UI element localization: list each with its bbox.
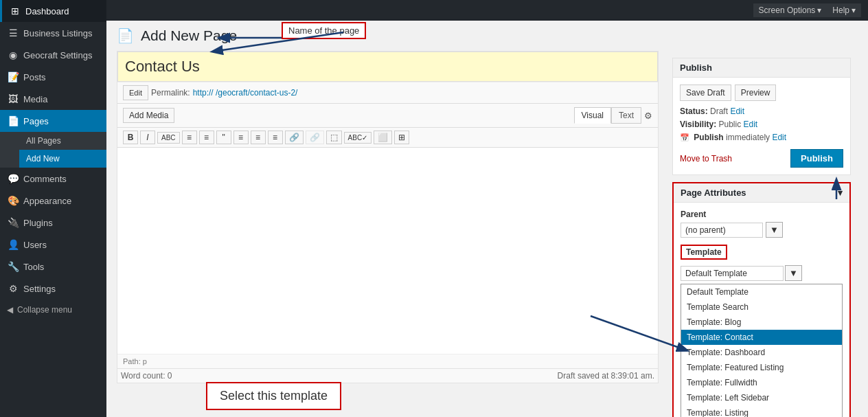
collapse-menu[interactable]: ◀ Collapse menu — [0, 300, 106, 320]
appearance-icon: 🎨 — [7, 195, 19, 206]
sidebar-item-business-listings[interactable]: ☰ Business Listings — [0, 22, 106, 44]
sidebar-item-geocraft-settings[interactable]: ◉ Geocraft Settings — [0, 44, 106, 66]
business-listings-icon: ☰ — [7, 27, 19, 38]
template-label: Template — [681, 245, 727, 260]
spellcheck-button[interactable]: ABC✓ — [344, 132, 372, 144]
editor-wrapper: Edit Permalink: http:// /geocraft/contac… — [117, 51, 659, 417]
template-select-arrow[interactable]: ▼ — [785, 265, 802, 281]
editor-path: Path: p — [123, 357, 147, 365]
help-button[interactable]: Help ▾ — [827, 3, 861, 17]
sidebar-sub-add-new[interactable]: Add New — [19, 150, 106, 168]
parent-select-arrow[interactable]: ▼ — [766, 222, 783, 238]
preview-button[interactable]: Preview — [735, 84, 777, 101]
insert-button[interactable]: ⬚ — [326, 131, 342, 144]
template-dropdown-list[interactable]: Default Template Template Search Templat… — [681, 284, 843, 417]
sidebar-item-users[interactable]: 👤 Users — [0, 234, 106, 256]
ul-button[interactable]: ≡ — [182, 131, 197, 144]
align-left-button[interactable]: ≡ — [233, 131, 249, 144]
page-type-icon: 📄 — [117, 27, 134, 44]
template-label-container: Template — [681, 245, 843, 265]
page-attributes-body: Parent (no parent) ▼ Template — [674, 203, 849, 417]
sidebar-item-settings[interactable]: ⚙ Settings — [0, 278, 106, 300]
publish-panel-header: Publish — [673, 58, 850, 78]
template-dropdown: Default Template ▼ Default Template Temp… — [681, 265, 843, 417]
geocraft-icon: ◉ — [7, 49, 19, 60]
visual-tab[interactable]: Visual — [574, 107, 611, 124]
template-option-contact[interactable]: Template: Contact — [681, 330, 842, 345]
page-content: 📄 Add New Page Name of the page — [106, 21, 868, 417]
blockquote-button[interactable]: " — [216, 131, 231, 144]
ol-button[interactable]: ≡ — [199, 131, 214, 144]
settings-icon: ⚙ — [7, 283, 19, 294]
link-button[interactable]: 🔗 — [285, 131, 304, 144]
format-toolbar: B I ABC ≡ ≡ " ≡ ≡ ≡ 🔗 🔗 ⬚ ABC✓ — [117, 128, 658, 148]
name-annotation: Name of the page — [282, 22, 366, 39]
toolbar2-button[interactable]: ⊞ — [394, 131, 409, 144]
sidebar-item-media[interactable]: 🖼 Media — [0, 88, 106, 110]
page-name-input[interactable] — [117, 52, 658, 82]
template-option-left-sidebar[interactable]: Template: Left Sidebar — [681, 390, 842, 405]
page-attributes-header: Page Attributes ▾ — [674, 183, 849, 203]
visibility-edit-link[interactable]: Edit — [744, 120, 758, 129]
select-template-annotation: Select this template — [206, 382, 341, 410]
expand-button[interactable]: ⬜ — [374, 131, 392, 144]
add-media-button[interactable]: Add Media — [123, 108, 174, 123]
media-icon: 🖼 — [7, 93, 19, 104]
editor-body[interactable] — [117, 148, 658, 354]
topbar: Screen Options ▾ Help ▾ — [106, 0, 868, 21]
template-select-row: Default Template ▼ — [681, 265, 843, 281]
sidebar-sub-all-pages[interactable]: All Pages — [19, 132, 106, 150]
sidebar-item-appearance[interactable]: 🎨 Appearance — [0, 190, 106, 212]
sidebar-item-posts[interactable]: 📝 Posts — [0, 66, 106, 88]
parent-select[interactable]: (no parent) — [681, 223, 763, 238]
save-draft-button[interactable]: Save Draft — [680, 84, 731, 101]
sidebar-item-dashboard[interactable]: ⊞ Dashboard — [0, 0, 106, 22]
screen-options-button[interactable]: Screen Options ▾ — [753, 3, 827, 17]
align-center-button[interactable]: ≡ — [251, 131, 266, 144]
comments-icon: 💬 — [7, 173, 19, 184]
strikethrough-button[interactable]: ABC — [157, 132, 180, 144]
schedule-edit-link[interactable]: Edit — [772, 133, 786, 142]
word-count: Word count: 0 — [121, 371, 172, 381]
sidebar-item-comments[interactable]: 💬 Comments — [0, 168, 106, 190]
users-icon: 👤 — [7, 239, 19, 250]
template-option-default[interactable]: Default Template — [681, 284, 842, 300]
collapse-icon: ◀ — [7, 305, 13, 315]
page-title: Add New Page — [141, 27, 237, 44]
unlink-button[interactable]: 🔗 — [306, 131, 324, 144]
pages-submenu: All Pages Add New — [0, 132, 106, 168]
pages-icon: 📄 — [7, 115, 19, 126]
text-tab[interactable]: Text — [611, 107, 641, 124]
bold-button[interactable]: B — [123, 131, 138, 144]
publish-button[interactable]: Publish — [790, 149, 843, 168]
sidebar-item-tools[interactable]: 🔧 Tools — [0, 256, 106, 278]
parent-row: Parent (no parent) ▼ — [681, 210, 843, 238]
status-edit-link[interactable]: Edit — [730, 106, 744, 116]
italic-button[interactable]: I — [140, 131, 155, 144]
move-to-trash-link[interactable]: Move to Trash — [680, 154, 732, 164]
sidebar-item-pages[interactable]: 📄 Pages — [0, 110, 106, 132]
page-header: 📄 Add New Page Name of the page — [117, 27, 858, 44]
permalink-edit-button[interactable]: Edit — [123, 85, 148, 100]
plugins-icon: 🔌 — [7, 217, 19, 228]
template-option-fullwidth[interactable]: Template: Fullwidth — [681, 375, 842, 390]
template-select[interactable]: Default Template — [681, 266, 784, 281]
template-option-listing[interactable]: Template: Listing — [681, 405, 842, 417]
align-right-button[interactable]: ≡ — [268, 131, 283, 144]
template-option-search[interactable]: Template Search — [681, 300, 842, 315]
panel-arrow-icon: ▾ — [838, 188, 843, 198]
template-option-featured-listing[interactable]: Template: Featured Listing — [681, 360, 842, 375]
content-wrapper: Edit Permalink: http:// /geocraft/contac… — [117, 51, 858, 417]
template-option-blog[interactable]: Template: Blog — [681, 315, 842, 330]
sidebar: ⊞ Dashboard ☰ Business Listings ◉ Geocra… — [0, 0, 106, 417]
template-option-dashboard[interactable]: Template: Dashboard — [681, 345, 842, 360]
sidebar-item-plugins[interactable]: 🔌 Plugins — [0, 212, 106, 234]
parent-label: Parent — [681, 210, 843, 219]
parent-select-wrapper: (no parent) ▼ — [681, 222, 843, 238]
status-row: Status: Draft Edit — [680, 106, 843, 116]
publish-panel: Publish Save Draft Preview Status: Draft… — [672, 58, 851, 175]
publish-panel-body: Save Draft Preview Status: Draft Edit Vi… — [673, 78, 850, 174]
posts-icon: 📝 — [7, 71, 19, 82]
editor-options-icon[interactable]: ⚙ — [644, 111, 652, 121]
dashboard-icon: ⊞ — [9, 5, 21, 16]
